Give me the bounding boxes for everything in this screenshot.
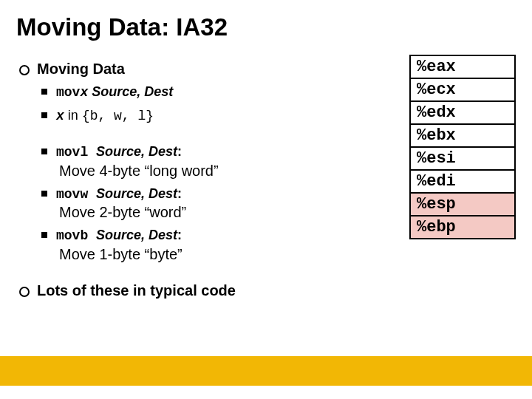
movb-args: Source, Dest: [96, 228, 177, 242]
bullet-moving-data: Moving Data: [16, 61, 387, 78]
reg-row-edi: %edi: [411, 169, 514, 192]
movx-args: Source, Dest: [88, 84, 173, 99]
reg-row-ebp: %ebp: [411, 215, 514, 238]
in-text: in: [64, 108, 82, 123]
movw-desc: Move 2-byte “word”: [16, 204, 387, 221]
movl-desc: Move 4-byte “long word”: [16, 163, 387, 180]
movl-mono: movl: [56, 145, 96, 160]
movx-x: x: [80, 85, 88, 100]
bullet-movl: movl Source, Dest:: [16, 143, 387, 161]
register-table: %eax %ecx %edx %ebx %esi %edi %esp %ebp: [409, 55, 516, 239]
reg-row-esi: %esi: [411, 146, 514, 169]
spacer: [16, 124, 387, 137]
movl-args: Source, Dest: [96, 144, 177, 159]
movw-colon: :: [177, 186, 182, 201]
movl-colon: :: [177, 144, 182, 159]
movb-desc: Move 1-byte “byte”: [16, 246, 387, 263]
left-column: Moving Data movx Source, Dest x in {b, w…: [16, 55, 387, 299]
right-column: %eax %ecx %edx %ebx %esi %edi %esp %ebp: [387, 55, 516, 299]
movb-colon: :: [177, 228, 182, 242]
bullet-x-in-set: x in {b, w, l}: [16, 107, 387, 125]
movb-mono: movb: [56, 228, 96, 243]
set-text: {b, w, l}: [82, 109, 154, 123]
mono-text: mov: [56, 85, 80, 100]
bullet-movx: movx Source, Dest: [16, 83, 387, 101]
reg-row-esp: %esp: [411, 192, 514, 215]
reg-row-edx: %edx: [411, 100, 514, 123]
reg-row-ecx: %ecx: [411, 78, 514, 100]
bullet-movw: movw Source, Dest:: [16, 185, 387, 203]
x-var: x: [56, 109, 64, 123]
movw-mono: movw: [56, 187, 96, 202]
bullet-movb: movb Source, Dest:: [16, 227, 387, 245]
slide-content: Moving Data movx Source, Dest x in {b, w…: [16, 55, 516, 299]
slide: Moving Data: IA32 Moving Data movx Sourc…: [0, 0, 532, 399]
movw-args: Source, Dest: [96, 186, 177, 201]
footer-bar: [0, 356, 532, 386]
reg-row-ebx: %ebx: [411, 123, 514, 146]
slide-title: Moving Data: IA32: [16, 13, 516, 41]
reg-row-eax: %eax: [411, 56, 514, 78]
bullet-lots-of-these: Lots of these in typical code: [16, 282, 387, 299]
